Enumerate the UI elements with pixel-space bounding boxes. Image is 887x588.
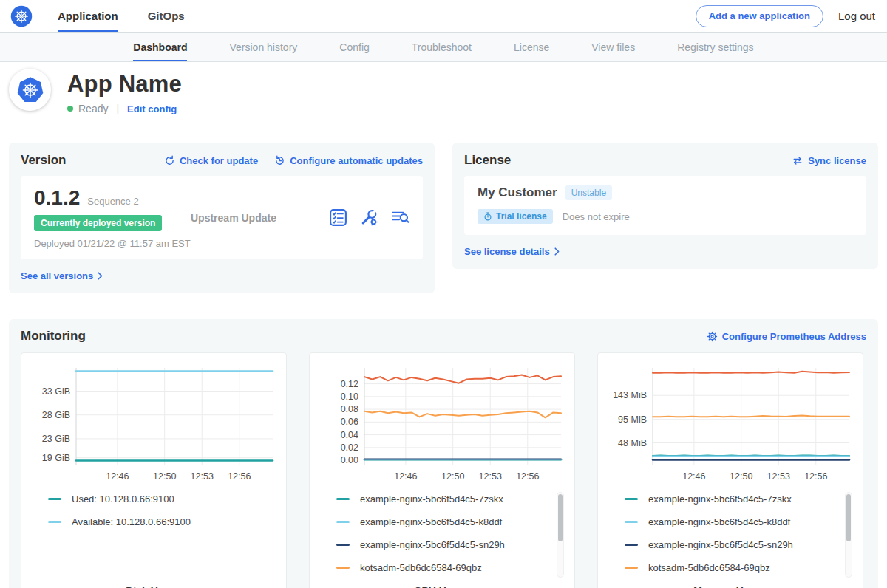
current-version-panel: 0.1.2 Sequence 2 Currently deployed vers… bbox=[21, 176, 423, 259]
legend-item[interactable]: example-nginx-5bc6f5d4c5-7zskx bbox=[336, 493, 564, 505]
svg-text:12:53: 12:53 bbox=[479, 471, 502, 482]
legend-item[interactable]: example-nginx-5bc6f5d4c5-sn29h bbox=[625, 539, 852, 550]
chart-title: Memory Usage bbox=[608, 585, 852, 588]
edit-config-link[interactable]: Edit config bbox=[127, 103, 177, 114]
scrollbar-thumb[interactable] bbox=[558, 494, 563, 541]
series-label: example-nginx-5bc6f5d4c5-k8ddf bbox=[360, 516, 502, 527]
legend-item[interactable]: Available: 10.128.0.66:9100 bbox=[48, 516, 276, 527]
legend-item[interactable]: example-nginx-5bc6f5d4c5-k8ddf bbox=[625, 516, 852, 527]
add-new-application-button[interactable]: Add a new application bbox=[696, 5, 823, 27]
customer-name: My Customer bbox=[478, 185, 557, 200]
svg-text:95 MiB: 95 MiB bbox=[618, 414, 647, 425]
kubernetes-logo-icon bbox=[10, 5, 33, 27]
version-card-title: Version bbox=[21, 153, 66, 168]
legend-item[interactable]: Used: 10.128.0.66:9100 bbox=[48, 493, 276, 505]
svg-text:12:50: 12:50 bbox=[730, 471, 752, 482]
version-number: 0.1.2 bbox=[34, 186, 80, 210]
gear-icon bbox=[707, 331, 718, 342]
legend-item[interactable]: kotsadm-5db6dc6584-69qbz bbox=[336, 562, 564, 573]
app-header: App Name Ready | Edit config bbox=[0, 62, 887, 133]
cpu-usage-legend: example-nginx-5bc6f5d4c5-7zskx example-n… bbox=[320, 493, 564, 584]
series-label: Available: 10.128.0.66:9100 bbox=[72, 516, 191, 527]
series-label: example-nginx-5bc6f5d4c5-7zskx bbox=[360, 493, 503, 505]
tab-gitops[interactable]: GitOps bbox=[148, 0, 185, 32]
legend-item[interactable]: example-nginx-5bc6f5d4c5-k8ddf bbox=[336, 516, 564, 527]
svg-text:12:50: 12:50 bbox=[153, 471, 176, 482]
series-color-swatch bbox=[336, 521, 350, 523]
series-color-swatch bbox=[336, 544, 350, 546]
app-subnav: Dashboard Version history Config Trouble… bbox=[0, 33, 887, 62]
version-card: Version Check for update Configure au bbox=[9, 143, 435, 293]
channel-badge: Unstable bbox=[565, 185, 612, 200]
svg-text:143 MiB: 143 MiB bbox=[613, 390, 647, 400]
subnav-version-history[interactable]: Version history bbox=[229, 33, 297, 61]
subnav-registry-settings[interactable]: Registry settings bbox=[677, 33, 753, 61]
subnav-config[interactable]: Config bbox=[339, 33, 369, 61]
chart-title: CPU Usage bbox=[320, 585, 564, 588]
legend-item[interactable]: example-nginx-5bc6f5d4c5-sn29h bbox=[336, 539, 564, 550]
series-color-swatch bbox=[625, 498, 638, 500]
refresh-icon bbox=[164, 155, 175, 166]
svg-text:19 GiB: 19 GiB bbox=[42, 453, 70, 463]
legend-item[interactable]: kotsadm-5db6dc6584-69qbz bbox=[625, 562, 852, 573]
see-all-versions-link[interactable]: See all versions bbox=[21, 270, 103, 281]
deployed-timestamp: Deployed 01/21/22 @ 11:57 am EST bbox=[34, 238, 191, 249]
view-logs-icon[interactable] bbox=[391, 208, 409, 227]
subnav-troubleshoot[interactable]: Troubleshoot bbox=[412, 33, 472, 61]
subnav-view-files[interactable]: View files bbox=[591, 33, 635, 61]
logout-button[interactable]: Log out bbox=[838, 10, 875, 22]
svg-text:0.04: 0.04 bbox=[341, 430, 358, 440]
summary-cards-row: Version Check for update Configure au bbox=[9, 143, 878, 293]
legend-scrollbar[interactable] bbox=[557, 492, 564, 578]
subnav-dashboard[interactable]: Dashboard bbox=[133, 33, 187, 61]
topbar-spacer bbox=[185, 0, 696, 32]
scrollbar-thumb[interactable] bbox=[846, 494, 851, 541]
svg-text:12:46: 12:46 bbox=[682, 471, 705, 482]
svg-text:12:46: 12:46 bbox=[394, 471, 417, 482]
license-panel: My Customer Unstable Trial license Does … bbox=[464, 176, 866, 235]
primary-nav: Application GitOps bbox=[58, 0, 185, 32]
license-card-title: License bbox=[464, 153, 511, 168]
page-title: App Name bbox=[67, 71, 182, 98]
series-label: example-nginx-5bc6f5d4c5-sn29h bbox=[360, 539, 505, 550]
ready-status-dot bbox=[67, 106, 73, 112]
trial-license-badge: Trial license bbox=[478, 209, 553, 224]
svg-text:12:56: 12:56 bbox=[516, 471, 539, 482]
clock-refresh-icon bbox=[274, 155, 285, 166]
currently-deployed-badge: Currently deployed version bbox=[34, 215, 162, 231]
legend-item[interactable]: example-nginx-5bc6f5d4c5-7zskx bbox=[625, 493, 852, 505]
svg-text:12:46: 12:46 bbox=[106, 471, 129, 482]
legend-scrollbar[interactable] bbox=[845, 492, 852, 578]
sync-arrows-icon bbox=[792, 155, 803, 166]
tab-application[interactable]: Application bbox=[58, 0, 118, 32]
series-label: example-nginx-5bc6f5d4c5-sn29h bbox=[648, 539, 793, 550]
svg-text:23 GiB: 23 GiB bbox=[42, 434, 70, 444]
configure-prometheus-link[interactable]: Configure Prometheus Address bbox=[707, 331, 866, 342]
subnav-license[interactable]: License bbox=[514, 33, 549, 61]
top-bar: Application GitOps Add a new application… bbox=[0, 0, 887, 33]
sync-license-link[interactable]: Sync license bbox=[792, 155, 866, 166]
svg-text:12:56: 12:56 bbox=[228, 471, 251, 482]
config-wrench-icon[interactable] bbox=[360, 208, 378, 227]
series-label: example-nginx-5bc6f5d4c5-7zskx bbox=[648, 493, 792, 505]
svg-text:0.12: 0.12 bbox=[341, 379, 358, 389]
sequence-label: Sequence 2 bbox=[87, 196, 138, 207]
chevron-right-icon bbox=[554, 247, 560, 256]
status-divider: | bbox=[116, 103, 119, 114]
series-label: kotsadm-5db6dc6584-69qbz bbox=[648, 562, 770, 573]
see-license-details-link[interactable]: See license details bbox=[464, 246, 560, 257]
svg-text:0.08: 0.08 bbox=[341, 404, 358, 414]
charts-row: 33 GiB28 GiB23 GiB19 GiB12:4612:5012:531… bbox=[21, 352, 866, 588]
svg-text:28 GiB: 28 GiB bbox=[42, 410, 70, 420]
memory-usage-chart: 143 MiB95 MiB48 MiB12:4612:5012:5312:56 bbox=[608, 362, 854, 488]
stopwatch-icon bbox=[483, 212, 492, 221]
license-expiry: Does not expire bbox=[563, 211, 630, 222]
check-for-update-link[interactable]: Check for update bbox=[164, 155, 258, 166]
status-label: Ready bbox=[78, 103, 108, 114]
app-avatar bbox=[9, 69, 51, 111]
chevron-right-icon bbox=[98, 272, 103, 280]
preflight-checks-icon[interactable] bbox=[329, 208, 347, 227]
series-label: Used: 10.128.0.66:9100 bbox=[72, 493, 174, 505]
configure-automatic-updates-link[interactable]: Configure automatic updates bbox=[274, 155, 423, 166]
svg-text:12:53: 12:53 bbox=[191, 471, 214, 482]
